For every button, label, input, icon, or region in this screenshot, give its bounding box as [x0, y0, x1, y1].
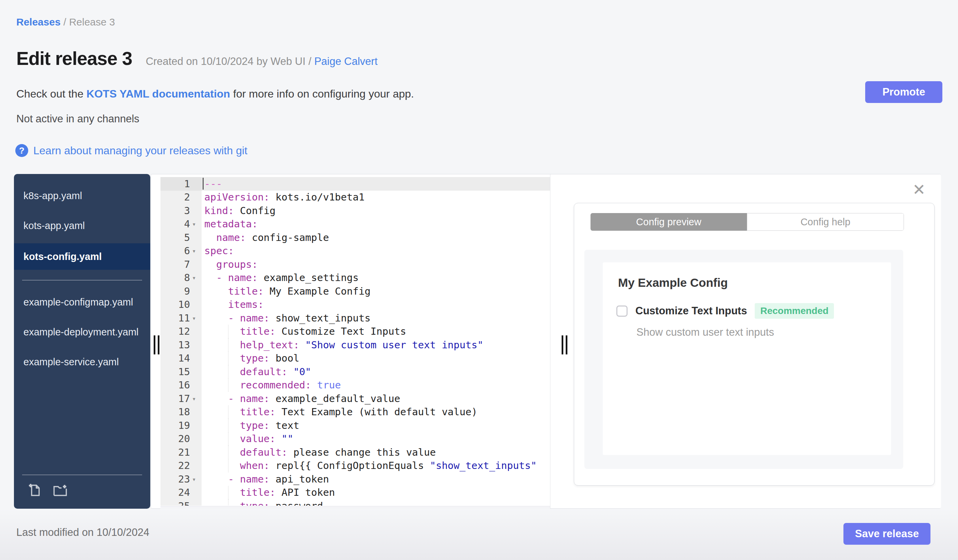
- config-checkbox-row: Customize Text Inputs Recommended: [616, 303, 834, 319]
- code-line: 2▾apiVersion: kots.io/v1beta1: [160, 191, 550, 204]
- recommended-badge: Recommended: [755, 303, 834, 319]
- line-number: 10▾: [160, 298, 201, 312]
- code-line: 12▾ title: Customize Text Inputs: [160, 325, 550, 339]
- breadcrumb-separator: /: [63, 16, 69, 27]
- fold-arrow-icon[interactable]: ▾: [192, 274, 198, 282]
- new-file-icon[interactable]: [27, 482, 43, 498]
- line-number: 15▾: [160, 365, 201, 378]
- code-line: 19▾ type: text: [160, 419, 550, 432]
- question-circle-icon: ?: [15, 144, 28, 157]
- editor-horizontal-scrollbar[interactable]: [160, 506, 550, 509]
- line-number: 19▾: [160, 419, 201, 432]
- sidebar-file[interactable]: example-deployment.yaml: [14, 324, 150, 340]
- promote-button[interactable]: Promote: [865, 81, 942, 103]
- sidebar-file[interactable]: example-service.yaml: [14, 354, 150, 370]
- code-line: 24▾ title: API token: [160, 486, 550, 500]
- learn-git-link[interactable]: ? Learn about managing your releases wit…: [15, 144, 247, 157]
- code-line: 8▾ - name: example_settings: [160, 271, 550, 285]
- yaml-code-editor[interactable]: 1▾---2▾apiVersion: kots.io/v1beta13▾kind…: [160, 175, 550, 506]
- save-release-button[interactable]: Save release: [844, 523, 931, 545]
- line-number: 21▾: [160, 446, 201, 459]
- config-preview-surface: My Example Config Customize Text Inputs …: [584, 250, 903, 469]
- breadcrumb-current: Release 3: [69, 16, 115, 27]
- line-number: 7▾: [160, 258, 201, 271]
- footer-bar: Last modified on 10/10/2024 Save release: [0, 509, 958, 560]
- code-line: 11▾ - name: show_text_inputs: [160, 311, 550, 325]
- sidebar-resize-handle[interactable]: [154, 335, 160, 354]
- code-line: 9▾ title: My Example Config: [160, 285, 550, 298]
- line-number: 8▾: [160, 271, 201, 285]
- line-number: 17▾: [160, 392, 201, 405]
- fold-arrow-icon[interactable]: ▾: [192, 395, 198, 402]
- code-line: 17▾ - name: example_default_value: [160, 392, 550, 405]
- text-cursor: [203, 178, 204, 190]
- line-number: 14▾: [160, 352, 201, 365]
- line-number: 18▾: [160, 405, 201, 419]
- code-line: 21▾ default: please change this value: [160, 446, 550, 459]
- code-line: 5▾ name: config-sample: [160, 231, 550, 244]
- sidebar-footer: [14, 475, 150, 509]
- title-row: Edit release 3 Created on 10/10/2024 by …: [16, 47, 378, 69]
- line-number: 4▾: [160, 217, 201, 231]
- doc-info-line: Check out the KOTS YAML documentation fo…: [16, 88, 414, 100]
- code-line: 1▾---: [160, 177, 550, 191]
- learn-git-label: Learn about managing your releases with …: [33, 144, 247, 157]
- code-line: 13▾ help_text: "Show custom user text in…: [160, 338, 550, 352]
- kots-yaml-doc-link[interactable]: KOTS YAML documentation: [86, 88, 230, 100]
- sidebar-file[interactable]: example-configmap.yaml: [14, 294, 150, 310]
- config-preview-panel: ✕ Config previewConfig help My Example C…: [550, 174, 941, 508]
- code-line: 20▾ value: "": [160, 432, 550, 446]
- code-line: 15▾ default: "0": [160, 365, 550, 378]
- breadcrumb: Releases / Release 3: [16, 16, 115, 28]
- line-number: 25▾: [160, 499, 201, 506]
- line-number: 11▾: [160, 311, 201, 325]
- code-line: 6▾spec:: [160, 244, 550, 258]
- fold-arrow-icon[interactable]: ▾: [192, 475, 198, 483]
- close-icon[interactable]: ✕: [912, 182, 926, 198]
- line-number: 6▾: [160, 244, 201, 258]
- code-line: 3▾kind: Config: [160, 204, 550, 217]
- tab-config-preview[interactable]: Config preview: [590, 213, 747, 231]
- line-number: 1▾: [160, 177, 201, 191]
- code-rows: 1▾---2▾apiVersion: kots.io/v1beta13▾kind…: [160, 177, 550, 506]
- config-preview-card: Config previewConfig help My Example Con…: [574, 203, 934, 486]
- line-number: 16▾: [160, 378, 201, 392]
- customize-text-inputs-checkbox[interactable]: [616, 305, 628, 317]
- code-line: 7▾ groups:: [160, 258, 550, 271]
- line-number: 20▾: [160, 432, 201, 446]
- config-group-title: My Example Config: [618, 276, 728, 289]
- line-number: 22▾: [160, 459, 201, 473]
- line-number: 2▾: [160, 191, 201, 204]
- code-line: 14▾ type: bool: [160, 352, 550, 365]
- file-sidebar: k8s-app.yamlkots-app.yamlkots-config.yam…: [14, 174, 150, 509]
- author-link[interactable]: Paige Calvert: [314, 55, 377, 67]
- config-tabs: Config previewConfig help: [590, 213, 904, 231]
- sidebar-file[interactable]: kots-app.yaml: [14, 217, 150, 234]
- editor-container: 1▾---2▾apiVersion: kots.io/v1beta13▾kind…: [151, 174, 941, 509]
- preview-resize-handle[interactable]: [561, 335, 568, 354]
- fold-arrow-icon[interactable]: ▾: [192, 247, 198, 255]
- page-title: Edit release 3: [16, 47, 132, 69]
- config-group-card: My Example Config Customize Text Inputs …: [603, 262, 891, 455]
- line-number: 9▾: [160, 285, 201, 298]
- code-line: 23▾ - name: api_token: [160, 472, 550, 486]
- code-line: 25▾ type: password: [160, 499, 550, 506]
- line-number: 3▾: [160, 204, 201, 217]
- checkbox-label: Customize Text Inputs: [635, 305, 747, 317]
- created-info: Created on 10/10/2024 by Web UI / Paige …: [146, 55, 378, 68]
- line-number: 12▾: [160, 325, 201, 339]
- new-folder-icon[interactable]: [52, 482, 68, 498]
- line-number: 24▾: [160, 486, 201, 500]
- line-number: 13▾: [160, 338, 201, 352]
- code-line: 10▾ items:: [160, 298, 550, 312]
- edit-release-page: Releases / Release 3 Edit release 3 Crea…: [0, 0, 958, 560]
- breadcrumb-releases-link[interactable]: Releases: [16, 16, 60, 27]
- line-number: 5▾: [160, 231, 201, 244]
- fold-arrow-icon[interactable]: ▾: [192, 220, 198, 228]
- code-line: 16▾ recommended: true: [160, 378, 550, 392]
- tab-config-help[interactable]: Config help: [747, 213, 904, 231]
- sidebar-files-top: k8s-app.yamlkots-app.yamlkots-config.yam…: [14, 188, 150, 270]
- sidebar-file[interactable]: kots-config.yaml: [14, 243, 150, 270]
- sidebar-file[interactable]: k8s-app.yaml: [14, 188, 150, 204]
- fold-arrow-icon[interactable]: ▾: [192, 314, 198, 322]
